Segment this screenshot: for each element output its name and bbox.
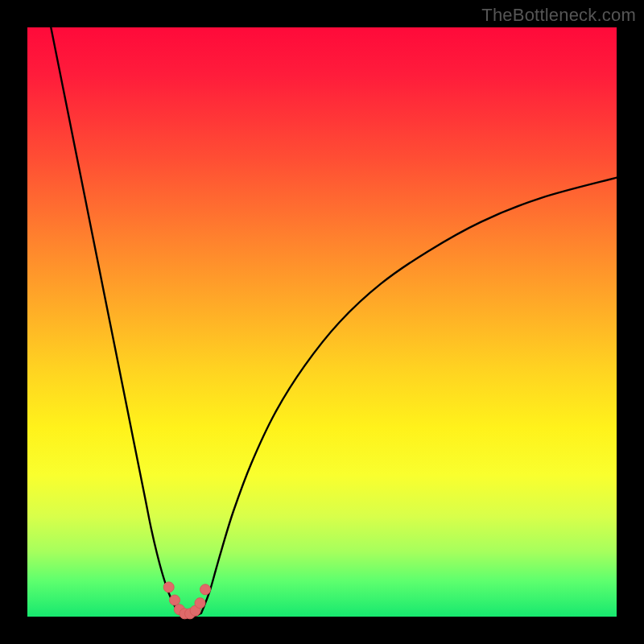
plot-area	[27, 27, 617, 617]
valley-marker-dot	[163, 582, 174, 592]
valley-marker-dot	[200, 584, 211, 595]
curve-left-branch	[51, 27, 178, 613]
curve-right-branch	[201, 178, 617, 613]
curve-svg	[27, 27, 617, 617]
valley-markers	[163, 582, 210, 619]
valley-marker-dot	[195, 598, 205, 609]
watermark-text: TheBottleneck.com	[481, 5, 636, 26]
outer-frame: TheBottleneck.com	[0, 0, 644, 644]
valley-marker-dot	[170, 595, 180, 605]
